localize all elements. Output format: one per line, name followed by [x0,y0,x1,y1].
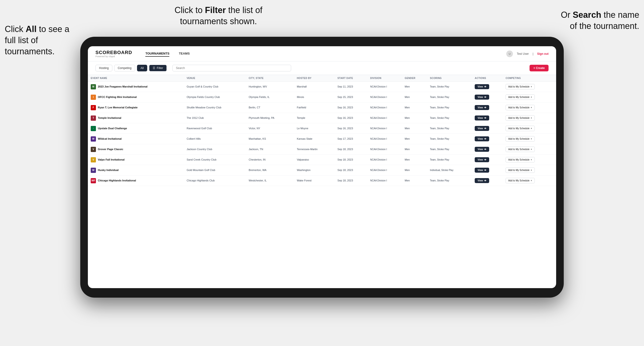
plus-icon: + [531,138,532,140]
add-to-schedule-button[interactable]: Add to My Schedule + [506,126,534,131]
table-row: M 2023 Joe Feaganes Marshall Invitationa… [88,82,556,92]
division-cell: NCAA Division I [367,134,402,144]
add-to-schedule-button[interactable]: Add to My Schedule + [506,94,534,100]
toolbar: Hosting Competing All ☰ Filter + Create [88,61,556,75]
table-row: W Wildcat Invitational Colbert HillsManh… [88,134,556,144]
view-button[interactable]: View 👁 [475,147,489,152]
gender-cell: Men [402,123,427,134]
view-button[interactable]: View 👁 [475,84,489,89]
eye-icon: 👁 [484,179,486,182]
table-row: F Ryan T. Lee Memorial Collegiate Shuttl… [88,102,556,113]
eye-icon: 👁 [484,159,486,161]
city-state-cell: Berlin, CT [246,102,294,113]
event-name-cell: W Husky Individual [88,165,184,175]
col-start-date: START DATE [334,75,367,82]
signout-link[interactable]: Sign out [537,52,548,55]
filter-label: Filter [157,66,163,70]
eye-icon: 👁 [484,169,486,172]
tab-all[interactable]: All [137,65,147,71]
team-logo: ↑ [91,126,96,131]
col-hosted-by: HOSTED BY [294,75,334,82]
city-state-cell: Manhattan, KS [246,134,294,144]
event-name: Chicago Highlands Invitational [98,179,136,182]
create-button[interactable]: + Create [530,65,548,71]
add-to-schedule-button[interactable]: Add to My Schedule + [506,168,534,173]
table-row: I OFCC Fighting Illini Invitational Olym… [88,92,556,102]
action-cell: View 👁 [472,134,503,144]
view-button[interactable]: View 👁 [475,136,489,141]
annotation-topcenter: Click to Filter the list of tournaments … [162,5,276,27]
view-button[interactable]: View 👁 [475,95,489,100]
competing-cell: Add to My Schedule + [503,175,556,186]
col-scoring: SCORING [427,75,472,82]
add-to-schedule-button[interactable]: Add to My Schedule + [506,115,534,121]
venue-cell: Colbert Hills [184,134,246,144]
competing-cell: Add to My Schedule + [503,123,556,134]
add-to-schedule-button[interactable]: Add to My Schedule + [506,84,534,89]
table-row: W Husky Individual Gold Mountain Golf Cl… [88,165,556,175]
hosted-by-cell: Washington [294,165,334,175]
eye-icon: 👁 [484,127,486,130]
view-button[interactable]: View 👁 [475,126,489,131]
plus-icon: + [531,169,532,172]
eye-icon: 👁 [484,107,486,109]
add-to-schedule-button[interactable]: Add to My Schedule + [506,178,534,183]
city-state-cell: Bremerton, WA [246,165,294,175]
add-to-schedule-button[interactable]: Add to My Schedule + [506,157,534,163]
competing-cell: Add to My Schedule + [503,113,556,123]
venue-cell: Shuttle Meadow Country Club [184,102,246,113]
tab-hosting[interactable]: Hosting [96,65,112,71]
gender-cell: Men [402,175,427,186]
gender-cell: Men [402,102,427,113]
scoring-cell: Team, Stroke Play [427,102,472,113]
view-button[interactable]: View 👁 [475,168,489,173]
scoring-cell: Team, Stroke Play [427,144,472,155]
event-name-cell: V Valpo Fall Invitational [88,155,184,165]
tab-competing[interactable]: Competing [114,65,135,71]
venue-cell: Sand Creek Country Club [184,155,246,165]
plus-icon: + [531,106,532,109]
gender-cell: Men [402,92,427,102]
view-button[interactable]: View 👁 [475,178,489,183]
event-name-cell: ↑ Upstate Dual Challenge [88,123,184,134]
city-state-cell: Victor, NY [246,123,294,134]
table-row: T Temple Invitational The 1912 ClubPlymo… [88,113,556,123]
plus-icon: + [531,159,532,161]
add-to-schedule-button[interactable]: Add to My Schedule + [506,147,534,152]
view-button[interactable]: View 👁 [475,116,489,121]
add-to-schedule-button[interactable]: Add to My Schedule + [506,136,534,142]
view-button[interactable]: View 👁 [475,157,489,162]
event-name: Temple Invitational [98,116,121,120]
col-competing: COMPETING [503,75,556,82]
division-cell: NCAA Division I [367,102,402,113]
gender-cell: Men [402,113,427,123]
table-row: V Valpo Fall Invitational Sand Creek Cou… [88,155,556,165]
plus-icon: + [531,127,532,130]
gender-cell: Men [402,155,427,165]
col-venue: VENUE [184,75,246,82]
event-name-cell: WF Chicago Highlands Invitational [88,175,184,186]
division-cell: NCAA Division I [367,165,402,175]
filter-button[interactable]: ☰ Filter [149,65,167,71]
start-date-cell: Sep 16, 2023 [334,102,367,113]
view-button[interactable]: View 👁 [475,105,489,110]
nav-tournaments[interactable]: TOURNAMENTS [145,51,169,57]
start-date-cell: Sep 11, 2023 [334,82,367,92]
venue-cell: Guyan Golf & Country Club [184,82,246,92]
competing-cell: Add to My Schedule + [503,134,556,144]
table-row: WF Chicago Highlands Invitational Chicag… [88,175,556,186]
nav-teams[interactable]: TEAMS [179,51,190,57]
col-city-state: CITY, STATE [246,75,294,82]
hosted-by-cell: Le Moyne [294,123,334,134]
annotation-topleft: Click All to see a full list of tourname… [5,24,71,57]
scoring-cell: Team, Stroke Play [427,82,472,92]
table-row: ↑ Upstate Dual Challenge Ravenwood Golf … [88,123,556,134]
search-input[interactable] [172,65,291,71]
event-name: Husky Individual [98,168,118,172]
division-cell: NCAA Division I [367,92,402,102]
eye-icon: 👁 [484,86,486,88]
team-logo: V [91,157,96,163]
city-state-cell: Plymouth Meeting, PA [246,113,294,123]
start-date-cell: Sep 18, 2023 [334,175,367,186]
add-to-schedule-button[interactable]: Add to My Schedule + [506,105,534,110]
